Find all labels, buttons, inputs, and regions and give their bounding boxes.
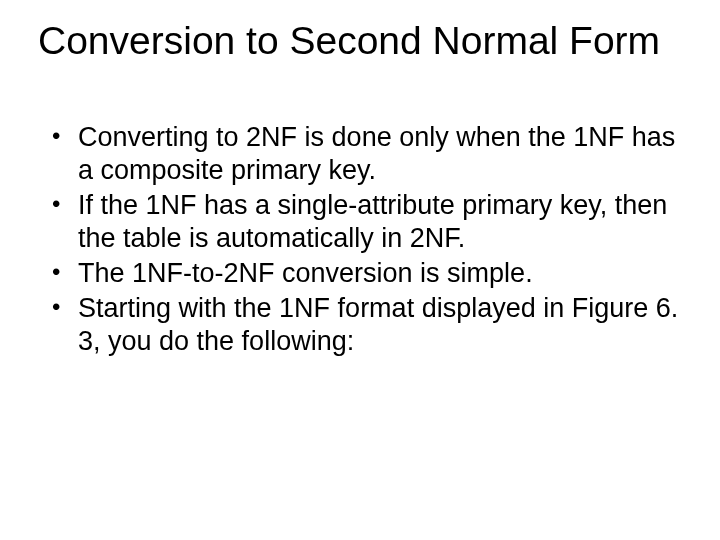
bullet-list: Converting to 2NF is done only when the … [50,121,682,358]
slide-content: Converting to 2NF is done only when the … [38,121,682,358]
bullet-item: Converting to 2NF is done only when the … [50,121,682,187]
slide-title: Conversion to Second Normal Form [38,20,682,63]
slide-container: Conversion to Second Normal Form Convert… [0,0,720,540]
bullet-item: If the 1NF has a single-attribute primar… [50,189,682,255]
bullet-item: The 1NF-to-2NF conversion is simple. [50,257,682,290]
bullet-item: Starting with the 1NF format displayed i… [50,292,682,358]
